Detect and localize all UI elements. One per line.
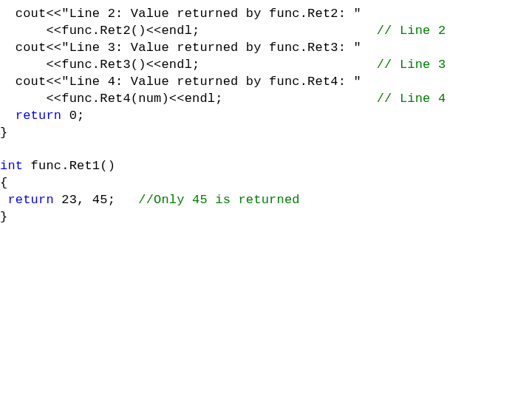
indent (0, 92, 46, 106)
code-token: { (0, 176, 7, 190)
code-token: } (0, 126, 7, 140)
code-token: 23, 45; (54, 193, 138, 207)
code-line: } (0, 209, 532, 226)
comment-token: // Line 4 (377, 92, 446, 106)
string-token: "Line 3: Value returned by func.Ret3: " (61, 41, 361, 55)
code-token: cout<< (16, 7, 61, 21)
code-token: <<func.Ret4(num)<<endl; (46, 92, 376, 106)
keyword-token: int (0, 159, 23, 173)
code-token: <<func.Ret3()<<endl; (46, 58, 376, 72)
indent (0, 41, 16, 55)
code-line: <<func.Ret3()<<endl; // Line 3 (0, 57, 532, 74)
code-line: cout<<"Line 4: Value returned by func.Re… (0, 74, 532, 91)
indent (0, 24, 46, 38)
code-token: } (0, 210, 7, 224)
code-token: func.Ret1() (23, 159, 115, 173)
indent (0, 7, 16, 21)
keyword-token: return (16, 109, 61, 123)
code-token (0, 143, 7, 157)
code-token: cout<< (16, 75, 61, 89)
code-line: return 0; (0, 108, 532, 125)
code-token: cout<< (16, 41, 61, 55)
indent (0, 58, 46, 72)
comment-token: // Line 3 (377, 58, 446, 72)
code-token: <<func.Ret2()<<endl; (46, 24, 376, 38)
code-line: cout<<"Line 2: Value returned by func.Re… (0, 6, 532, 23)
code-line: } (0, 125, 532, 142)
indent (0, 109, 16, 123)
code-line: <<func.Ret4(num)<<endl; // Line 4 (0, 91, 532, 108)
code-token: 0; (61, 109, 84, 123)
comment-token: // Line 2 (377, 24, 446, 38)
code-block: cout<<"Line 2: Value returned by func.Re… (0, 0, 532, 226)
code-line: <<func.Ret2()<<endl; // Line 2 (0, 23, 532, 40)
indent (0, 75, 16, 89)
string-token: "Line 4: Value returned by func.Ret4: " (61, 75, 361, 89)
code-line (0, 142, 532, 159)
comment-token: //Only 45 is returned (138, 193, 299, 207)
string-token: "Line 2: Value returned by func.Ret2: " (61, 7, 361, 21)
code-line: int func.Ret1() (0, 158, 532, 175)
code-line: { (0, 175, 532, 192)
code-line: cout<<"Line 3: Value returned by func.Re… (0, 40, 532, 57)
keyword-token: return (7, 193, 53, 207)
code-line: return 23, 45; //Only 45 is returned (0, 192, 532, 209)
indent (0, 193, 7, 207)
